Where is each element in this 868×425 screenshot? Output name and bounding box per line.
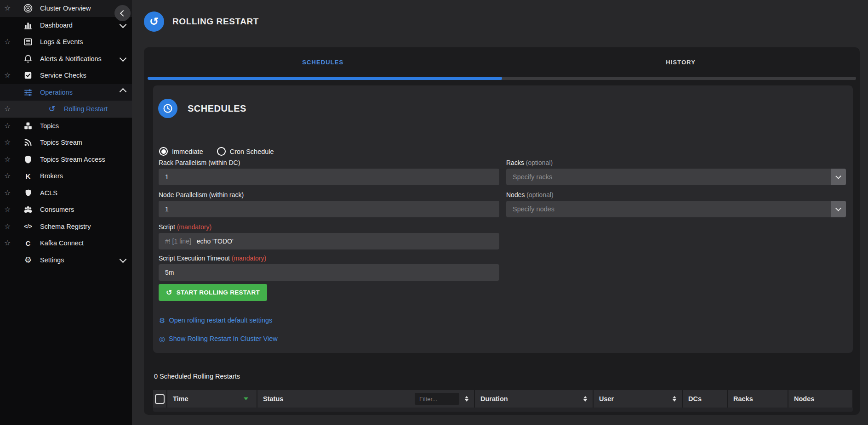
sidebar-item-label: Rolling Restart	[64, 105, 108, 113]
sort-icon[interactable]	[673, 396, 676, 402]
chevron-left-icon	[120, 10, 126, 16]
app-window: ☆ Cluster Overview ☆ Dashboard ☆ Logs & …	[0, 0, 868, 425]
radio-immediate-label: Immediate	[172, 148, 203, 155]
sidebar-item-label: Logs & Events	[40, 38, 83, 45]
sidebar: ☆ Cluster Overview ☆ Dashboard ☆ Logs & …	[0, 0, 132, 425]
open-default-settings-link[interactable]: ⚙ Open rolling restart default settings	[159, 317, 272, 324]
sort-icon[interactable]	[583, 396, 587, 402]
column-label: Nodes	[794, 395, 814, 402]
favorite-star-icon[interactable]: ☆	[0, 172, 18, 180]
sidebar-item-label: Cluster Overview	[40, 5, 91, 12]
sidebar-item-topics-stream[interactable]: ☆ Topics Stream	[0, 134, 132, 151]
sidebar-item-kafka-connect[interactable]: ☆ C Kafka Connect	[0, 235, 132, 252]
th-user[interactable]: User	[594, 390, 683, 408]
sidebar-item-label: ACLS	[40, 189, 57, 197]
sidebar-item-cluster-overview[interactable]: ☆ Cluster Overview	[0, 0, 132, 17]
script-field[interactable]: #! [1 line] echo 'TODO'	[159, 233, 499, 249]
rolling-restart-icon: ↺	[144, 11, 164, 32]
tab-schedules[interactable]: SCHEDULES	[144, 47, 502, 77]
favorite-star-icon[interactable]: ☆	[0, 189, 18, 197]
th-select	[153, 390, 167, 408]
sidebar-item-dashboard[interactable]: ☆ Dashboard	[0, 17, 132, 34]
sidebar-item-acls[interactable]: ☆ ACLS	[0, 185, 132, 202]
restart-glyph: ↺	[149, 16, 159, 27]
sort-icon[interactable]	[465, 396, 468, 402]
link-label: Open rolling restart default settings	[169, 317, 272, 324]
nodes-select[interactable]: Specify nodes	[506, 201, 846, 217]
th-duration[interactable]: Duration	[475, 390, 594, 408]
tab-history[interactable]: HISTORY	[502, 47, 860, 77]
radio-selected-icon[interactable]	[159, 147, 168, 156]
favorite-star-icon[interactable]: ☆	[0, 139, 18, 146]
nodes-dropdown-button[interactable]	[831, 201, 846, 217]
sidebar-item-label: Kafka Connect	[40, 239, 84, 247]
sidebar-item-topics[interactable]: ☆ Topics	[0, 118, 132, 135]
sidebar-item-brokers[interactable]: ☆ K Brokers	[0, 168, 132, 185]
sort-descending-icon[interactable]	[244, 397, 248, 400]
th-nodes[interactable]: Nodes	[788, 390, 852, 408]
sidebar-item-consumers[interactable]: ☆ Consumers	[0, 201, 132, 218]
chevron-up-icon[interactable]	[120, 88, 127, 95]
favorite-star-icon[interactable]: ☆	[0, 122, 18, 130]
sliders-icon	[22, 88, 34, 97]
th-time[interactable]: Time	[167, 390, 257, 408]
sidebar-item-logs-events[interactable]: ☆ Logs & Events	[0, 34, 132, 51]
mandatory-tag: (mandatory)	[177, 223, 211, 231]
bell-icon	[22, 54, 34, 63]
favorite-star-icon[interactable]: ☆	[0, 5, 18, 12]
favorite-star-icon[interactable]: ☆	[0, 239, 18, 247]
connect-c-icon: C	[22, 239, 34, 247]
sidebar-item-label: Settings	[40, 256, 64, 264]
favorite-star-icon[interactable]: ☆	[0, 105, 18, 113]
page-header: ↺ ROLLING RESTART	[144, 11, 259, 32]
script-timeout-field	[159, 264, 499, 281]
favorite-star-icon[interactable]: ☆	[0, 206, 18, 213]
radio-immediate[interactable]: Immediate	[159, 147, 203, 156]
script-value: echo 'TODO'	[197, 238, 234, 245]
sidebar-item-alerts-notifications[interactable]: ☆ Alerts & Notifications	[0, 51, 132, 68]
restart-glyph: ↺	[166, 289, 172, 296]
target-icon	[22, 4, 34, 13]
racks-select[interactable]: Specify racks	[506, 169, 846, 185]
th-dcs[interactable]: DCs	[683, 390, 728, 408]
table-header-row: Time Status Duration User DCs	[153, 390, 853, 408]
th-status[interactable]: Status	[257, 390, 475, 408]
racks-dropdown-button[interactable]	[831, 169, 846, 185]
sidebar-item-schema-registry[interactable]: ☆ </> Schema Registry	[0, 218, 132, 235]
sidebar-item-rolling-restart[interactable]: ☆ ↺ Rolling Restart	[0, 101, 132, 118]
status-filter-input[interactable]	[415, 393, 459, 405]
node-parallelism-label: Node Parallelism (within rack)	[159, 191, 499, 198]
rss-icon	[22, 138, 34, 147]
shield-icon	[22, 155, 34, 164]
sidebar-item-label: Operations	[40, 89, 73, 96]
tab-underline-track	[148, 77, 856, 80]
favorite-star-icon[interactable]: ☆	[0, 156, 18, 163]
column-label: Duration	[480, 395, 508, 402]
sidebar-item-label: Alerts & Notifications	[40, 55, 102, 62]
chevron-down-icon[interactable]	[120, 255, 127, 263]
sidebar-item-topics-stream-access[interactable]: ☆ Topics Stream Access	[0, 151, 132, 168]
chevron-down-icon	[835, 205, 841, 211]
chevron-down-icon[interactable]	[120, 21, 127, 28]
chevron-down-icon[interactable]	[120, 54, 127, 62]
favorite-star-icon[interactable]: ☆	[0, 38, 18, 45]
schedule-type-radio-group: Immediate Cron Schedule	[159, 147, 274, 156]
script-timeout-input[interactable]	[165, 269, 493, 276]
sidebar-item-operations[interactable]: ☆ Operations	[0, 84, 132, 101]
start-rolling-restart-button[interactable]: ↺ START ROLLING RESTART	[159, 284, 267, 301]
node-parallelism-input[interactable]	[165, 205, 493, 213]
cubes-icon	[22, 121, 34, 130]
sidebar-item-service-checks[interactable]: ☆ Service Checks	[0, 67, 132, 84]
th-racks[interactable]: Racks	[728, 390, 788, 408]
table-empty-body	[153, 408, 853, 412]
rack-parallelism-input[interactable]	[165, 173, 493, 181]
radio-cron-schedule[interactable]: Cron Schedule	[217, 147, 274, 156]
sidebar-item-settings[interactable]: ☆ ⚙ Settings	[0, 252, 132, 269]
show-in-cluster-view-link[interactable]: ◎ Show Rolling Restart In Cluster View	[159, 335, 278, 342]
favorite-star-icon[interactable]: ☆	[0, 72, 18, 79]
sidebar-collapse-button[interactable]	[114, 5, 131, 21]
gear-icon: ⚙	[159, 317, 165, 324]
radio-unselected-icon[interactable]	[217, 147, 226, 156]
favorite-star-icon[interactable]: ☆	[0, 223, 18, 230]
select-all-checkbox[interactable]	[155, 394, 165, 404]
